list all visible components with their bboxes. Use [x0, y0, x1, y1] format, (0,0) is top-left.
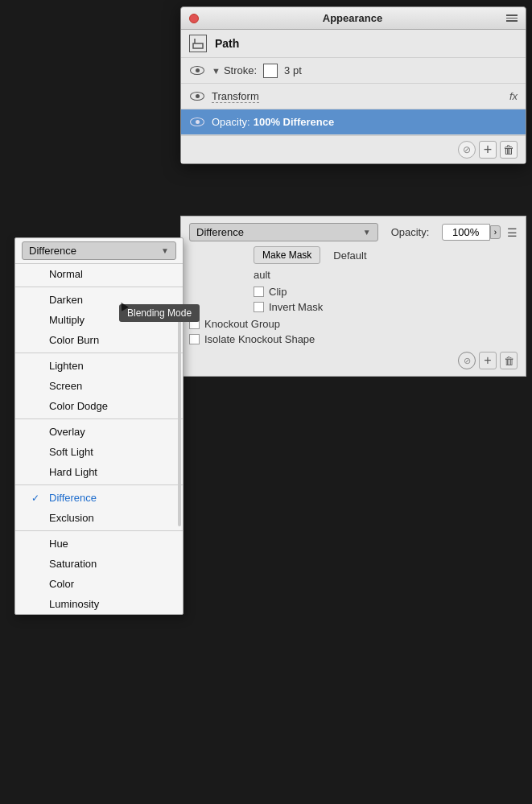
isolate-checkbox[interactable]: [189, 334, 200, 344]
no-button[interactable]: ⊘: [458, 141, 476, 159]
panel-title: Appearance: [199, 12, 506, 24]
knockout-label: Knockout Group: [204, 318, 280, 330]
appearance-panel: Appearance Path ▼ Stroke: 3 pt Transform…: [180, 6, 526, 164]
panel-menu-icon[interactable]: [506, 14, 518, 22]
blend-item-colorburn[interactable]: Color Burn: [15, 330, 183, 350]
clip-row: Clip: [254, 286, 518, 298]
blend-item-multiply[interactable]: Multiply: [15, 310, 183, 330]
blend-item-darken[interactable]: Darken: [15, 290, 183, 310]
header-dropdown-arrow: ▼: [161, 246, 169, 255]
add-button[interactable]: +: [479, 141, 497, 159]
blend-label-colordodge: Color Dodge: [49, 400, 108, 412]
clip-checkbox[interactable]: [254, 287, 264, 297]
divider-1: [15, 287, 183, 287]
blend-item-saturation[interactable]: Saturation: [15, 554, 183, 574]
opacity-row[interactable]: Opacity: 100% Difference: [181, 109, 526, 135]
transparency-header-row: Difference ▼ Opacity: 100% › ☰: [189, 223, 518, 241]
blend-item-normal[interactable]: Normal: [15, 264, 183, 284]
eye-icon-transform[interactable]: [189, 91, 205, 102]
check-difference: ✓: [31, 493, 44, 504]
blend-label-overlay: Overlay: [49, 426, 85, 438]
opacity-stepper[interactable]: ›: [490, 225, 501, 239]
path-icon: [189, 35, 207, 52]
divider-4: [15, 484, 183, 485]
blend-label-darken: Darken: [49, 294, 83, 306]
delete-button[interactable]: 🗑: [500, 141, 518, 159]
stroke-row: ▼ Stroke: 3 pt: [181, 58, 526, 84]
blend-mode-text: Difference: [196, 226, 244, 238]
blend-item-lighten[interactable]: Lighten: [15, 356, 183, 376]
knockout-checkbox[interactable]: [189, 319, 200, 329]
dropdown-arrow: ▼: [363, 228, 371, 237]
default-value: ault: [254, 269, 270, 281]
opacity-label: Opacity:: [212, 116, 250, 128]
blend-label-softlight: Soft Light: [49, 446, 93, 458]
close-button[interactable]: [189, 14, 199, 23]
invert-mask-label: Invert Mask: [269, 301, 323, 313]
blend-label-color: Color: [49, 578, 74, 590]
transform-label[interactable]: Transform: [212, 90, 259, 103]
blend-label-colorburn: Color Burn: [49, 334, 99, 346]
blend-item-exclusion[interactable]: Exclusion: [15, 508, 183, 528]
blend-mode-header-selector[interactable]: Difference ▼: [22, 241, 176, 260]
eye-icon-opacity[interactable]: [189, 117, 205, 128]
blend-mode-menu: Difference ▼ Normal Darken Multiply Colo…: [14, 237, 184, 615]
default-row: ault: [189, 269, 518, 281]
blend-item-screen[interactable]: Screen: [15, 376, 183, 396]
delete-trans-btn[interactable]: 🗑: [500, 352, 518, 369]
blend-label-hardlight: Hard Light: [49, 466, 97, 478]
blend-item-colordodge[interactable]: Color Dodge: [15, 396, 183, 416]
blend-item-softlight[interactable]: Soft Light: [15, 442, 183, 462]
trans-options: Clip Invert Mask: [189, 286, 518, 313]
path-row: Path: [181, 30, 526, 58]
add-trans-btn[interactable]: +: [479, 352, 497, 369]
divider-2: [15, 353, 183, 353]
blend-item-hardlight[interactable]: Hard Light: [15, 462, 183, 482]
invert-mask-checkbox[interactable]: [254, 302, 264, 312]
blend-label-screen: Screen: [49, 380, 82, 392]
blend-item-hue[interactable]: Hue: [15, 534, 183, 554]
blend-mode-header-text: Difference: [29, 245, 76, 257]
circle-no-btn[interactable]: ⊘: [458, 352, 476, 369]
blend-item-luminosity[interactable]: Luminosity: [15, 594, 183, 614]
make-mask-button[interactable]: Make Mask: [254, 246, 320, 264]
transform-row: Transform fx: [181, 84, 526, 109]
blend-menu-header: Difference ▼: [15, 238, 183, 263]
mask-row: Make Mask Default: [189, 246, 518, 264]
divider-3: [15, 418, 183, 419]
blend-label-luminosity: Luminosity: [49, 598, 99, 610]
list-icon[interactable]: ☰: [507, 226, 518, 239]
svg-rect-0: [193, 43, 203, 48]
blend-item-difference[interactable]: ✓ Difference: [15, 488, 183, 508]
clip-label: Clip: [269, 286, 287, 298]
blend-label-difference: Difference: [49, 492, 97, 504]
divider-5: [15, 530, 183, 531]
blend-mode-selector[interactable]: Difference ▼: [189, 223, 378, 241]
blend-label-saturation: Saturation: [49, 558, 97, 570]
stroke-expand-arrow[interactable]: ▼: [212, 66, 221, 76]
blend-label-hue: Hue: [49, 538, 68, 550]
blend-label-multiply: Multiply: [49, 314, 85, 326]
blend-label-lighten: Lighten: [49, 360, 84, 372]
scrollbar[interactable]: [178, 316, 181, 526]
path-label: Path: [215, 37, 239, 50]
blend-label-exclusion: Exclusion: [49, 512, 94, 524]
knockout-row: Knockout Group: [189, 318, 518, 330]
invert-mask-row: Invert Mask: [254, 301, 518, 313]
opacity-input[interactable]: 100%: [442, 224, 490, 241]
default-label: Default: [333, 249, 366, 262]
fx-label[interactable]: fx: [509, 90, 518, 102]
blend-item-color[interactable]: Color: [15, 574, 183, 594]
stroke-label: Stroke:: [224, 64, 257, 76]
blend-item-overlay[interactable]: Overlay: [15, 422, 183, 442]
isolate-label: Isolate Knockout Shape: [204, 333, 315, 345]
opacity-value: 100% Difference: [254, 116, 334, 128]
opacity-trans-label: Opacity:: [391, 226, 435, 238]
stroke-swatch[interactable]: [263, 64, 278, 78]
panel-titlebar: Appearance: [181, 7, 526, 30]
isolate-row: Isolate Knockout Shape: [189, 333, 518, 345]
stroke-value: 3 pt: [284, 64, 302, 76]
eye-icon[interactable]: [189, 65, 205, 76]
transparency-panel: Difference ▼ Opacity: 100% › ☰ Make Mask…: [180, 216, 526, 377]
blend-label-normal: Normal: [49, 268, 83, 280]
